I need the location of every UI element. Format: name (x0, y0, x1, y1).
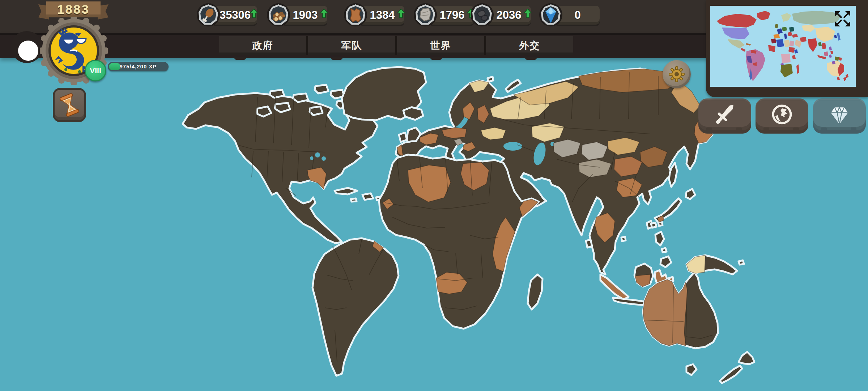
year-banner: 1883 (38, 1, 109, 19)
main-tabs: 政府 军队 世界 外交 (219, 36, 573, 55)
premium-button[interactable] (813, 98, 866, 130)
coal-icon (470, 3, 494, 27)
new-zealand (720, 352, 754, 383)
button-notch (736, 127, 742, 131)
expand-icon[interactable] (833, 9, 853, 29)
globe-icon (768, 101, 796, 128)
tab-bar-notch (234, 57, 246, 60)
tab-diplomacy[interactable]: 外交 (486, 36, 573, 55)
gem-icon (825, 100, 854, 129)
tab-bar-notch (525, 57, 537, 60)
globe-button[interactable] (756, 98, 808, 130)
gear-icon (669, 66, 685, 82)
button-notch (763, 127, 769, 131)
hide-icon (344, 3, 367, 27)
button-notch (821, 127, 827, 131)
minimap[interactable] (710, 6, 856, 87)
logs-icon (267, 3, 290, 27)
button-notch (793, 127, 799, 131)
resource-wood[interactable]: 1903 (267, 3, 330, 28)
war-button[interactable] (698, 98, 751, 130)
tasmania (686, 364, 697, 375)
resource-stone[interactable]: 1796 (413, 3, 477, 28)
continent-south-america (312, 238, 399, 376)
stone-icon (413, 3, 437, 27)
minimap-panel[interactable] (706, 0, 868, 97)
tab-bar-notch (331, 57, 342, 60)
iceland (403, 107, 423, 120)
level-label: VIII (90, 66, 101, 75)
xp-bar: 975/4,200 XP (108, 62, 169, 71)
tab-army[interactable]: 军队 (308, 36, 395, 55)
resource-food[interactable]: 35306 (196, 3, 260, 28)
button-notch (706, 127, 712, 131)
resource-gems[interactable]: 0 (539, 3, 603, 28)
tab-government[interactable]: 政府 (219, 36, 306, 55)
resource-leather[interactable]: 1384 (344, 3, 407, 28)
diamond-icon (539, 3, 563, 27)
madagascar (528, 274, 542, 310)
hourglass-icon (59, 93, 80, 117)
year-label: 1883 (46, 1, 101, 17)
resource-coal[interactable]: 2036 (470, 3, 534, 28)
game-screen: 政府 军队 世界 外交 35306 1903 1384 (0, 0, 868, 391)
sword-icon (711, 101, 738, 128)
menu-button[interactable] (18, 41, 38, 61)
settings-button[interactable] (663, 60, 691, 88)
tab-bar-notch (430, 57, 442, 60)
button-notch (851, 127, 856, 131)
xp-label: 975/4,200 XP (108, 62, 169, 71)
level-badge: VIII (85, 60, 106, 81)
time-button[interactable] (53, 88, 86, 122)
tab-world[interactable]: 世界 (397, 36, 484, 55)
meat-icon (196, 3, 220, 27)
